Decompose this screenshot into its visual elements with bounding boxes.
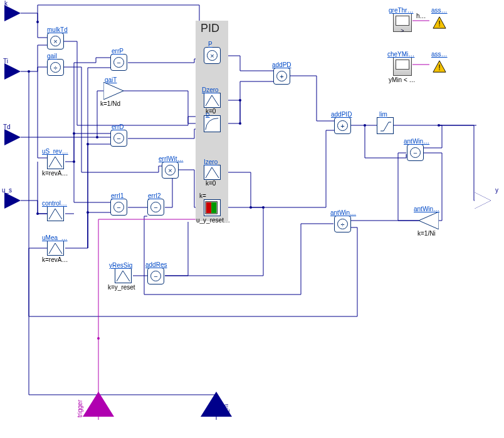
pre-I: k= (199, 192, 206, 199)
port-y[interactable] (475, 192, 491, 209)
label-errP: errP (112, 48, 123, 55)
label-gaiI: gaiI (47, 53, 57, 60)
sub-I: u_y_reset… (196, 217, 230, 224)
block-mulkTd[interactable]: × (47, 33, 64, 50)
pid-title: PID (201, 23, 219, 34)
sub-greThr: h… (416, 13, 426, 19)
block-addPID[interactable]: + (334, 117, 351, 134)
label-errIWit: errIWit… (159, 155, 183, 162)
block-control[interactable] (47, 206, 64, 221)
label-antWinGain: antWin… (414, 206, 439, 212)
block-errIWit[interactable]: × (162, 162, 179, 179)
svg-point-10 (364, 124, 366, 127)
label-Izero: Izero (204, 159, 218, 165)
port-k-label: k (4, 0, 8, 7)
label-addRes: addRes (145, 261, 167, 268)
block-antWinGain[interactable] (419, 212, 439, 229)
sum-icon: + (337, 120, 348, 131)
block-errD[interactable]: − (110, 130, 127, 147)
block-errI2[interactable]: − (147, 199, 164, 216)
label-yResSig: yResSig (109, 262, 132, 269)
svg-point-2 (73, 132, 75, 135)
divide-icon: ÷ (337, 219, 348, 229)
port-td[interactable] (4, 129, 21, 145)
svg-marker-15 (103, 82, 123, 100)
port-us[interactable] (4, 192, 21, 209)
block-errP[interactable]: − (110, 54, 127, 71)
block-gaiT[interactable] (103, 82, 123, 100)
label-addPD: addPD (272, 61, 291, 68)
sum-icon: − (150, 202, 161, 212)
block-yResSig[interactable] (115, 268, 132, 283)
block-D[interactable] (204, 115, 221, 132)
svg-point-4 (87, 211, 89, 214)
block-antWinErr[interactable]: − (407, 144, 424, 161)
port-trigger-label: trigger (76, 400, 83, 417)
svg-point-1 (96, 136, 98, 138)
sub-uSrev: k=revA… (42, 170, 68, 177)
block-cheYMin[interactable] (393, 57, 412, 76)
port-td-label: Td (3, 123, 11, 130)
block-antWin3[interactable]: ÷ (334, 216, 351, 232)
block-P[interactable]: × (204, 47, 221, 64)
sub-uMea: k=revA… (42, 256, 68, 263)
svg-point-13 (262, 206, 265, 209)
block-gaiI[interactable]: ÷ (47, 59, 64, 76)
svg-point-14 (97, 337, 100, 340)
port-k[interactable] (4, 5, 21, 21)
label-D: D (206, 112, 210, 118)
svg-point-11 (438, 124, 440, 127)
port-y-label: y (495, 187, 498, 194)
port-ti[interactable] (4, 63, 21, 80)
sum-icon: − (410, 147, 421, 158)
label-antWin3: antWin… (330, 209, 356, 216)
block-I[interactable] (204, 199, 221, 216)
block-assert1[interactable]: ! (433, 16, 446, 29)
block-uSrev[interactable] (47, 154, 64, 169)
label-uSrev: uS_rev… (42, 148, 68, 155)
label-Dzero: Dzero (202, 86, 219, 93)
sub-gaiT: k=1/Nd (100, 100, 120, 107)
label-assert1: ass… (431, 7, 448, 14)
product-icon: × (207, 50, 218, 61)
sub-yResSig: k=y_reset (108, 284, 135, 291)
label-errD: errD (112, 123, 123, 130)
sub-Izero: k=0 (206, 180, 216, 187)
block-uMea[interactable] (47, 241, 64, 256)
sub-antWinGain: k=1/Ni (417, 230, 436, 237)
block-greThr[interactable]: > (393, 13, 412, 32)
product-icon: × (50, 36, 61, 46)
svg-point-3 (73, 160, 75, 163)
label-greThr: greThr… (389, 7, 413, 14)
label-mulkTd: mulkTd (47, 26, 68, 33)
label-uMea: uMea_… (42, 234, 68, 241)
label-control: control… (42, 200, 67, 207)
label-lim: lim (379, 111, 387, 118)
label-errI1: errI1 (111, 192, 124, 199)
block-Izero[interactable] (204, 165, 221, 180)
block-addPD[interactable]: + (273, 68, 290, 85)
svg-rect-17 (211, 202, 216, 214)
sub-cheYMin: yMin < … (389, 76, 416, 83)
block-addRes[interactable]: − (147, 268, 164, 284)
sum-icon: − (150, 271, 161, 281)
block-lim[interactable] (377, 117, 394, 134)
block-Dzero[interactable] (204, 93, 221, 108)
svg-rect-16 (206, 202, 211, 214)
svg-marker-19 (419, 212, 439, 229)
svg-text:!: ! (438, 19, 441, 28)
label-cheYMin: cheYMi… (387, 51, 414, 58)
label-P: P (208, 41, 213, 48)
divide-icon: ÷ (50, 62, 61, 73)
sum-icon: + (276, 71, 287, 81)
svg-point-6 (36, 212, 39, 215)
svg-point-7 (239, 122, 241, 125)
svg-point-5 (87, 143, 89, 145)
block-errI1[interactable]: − (110, 199, 127, 216)
port-ti-label: Ti (3, 58, 8, 65)
svg-point-8 (239, 99, 241, 102)
block-assert2[interactable]: ! (433, 60, 446, 73)
label-errI2: errI2 (148, 192, 161, 199)
label-addPID: addPID (331, 111, 352, 118)
port-trigger[interactable] (83, 392, 114, 417)
